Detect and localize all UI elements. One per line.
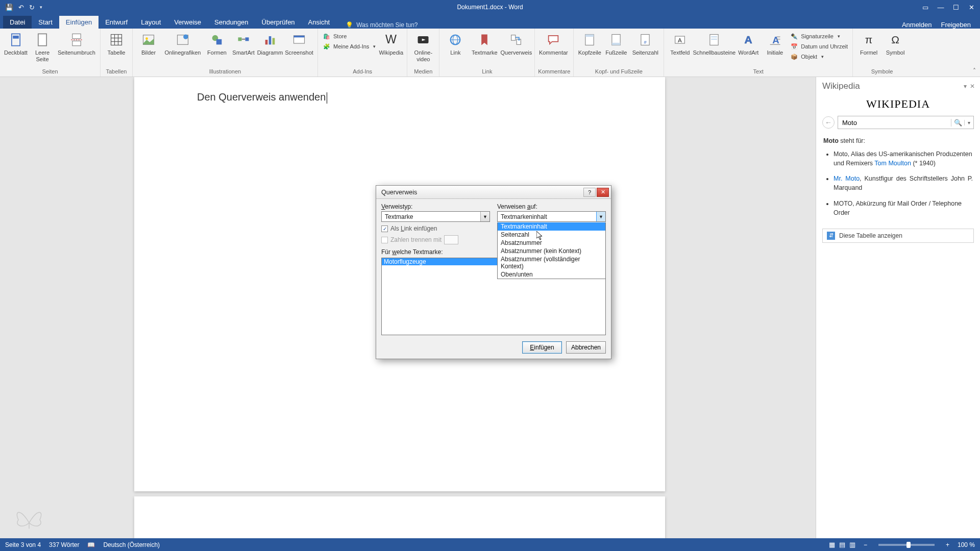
symbol-button[interactable]: ΩSymbol xyxy=(883,30,908,56)
tab-view[interactable]: Ansicht xyxy=(302,16,337,29)
dialog-title: Querverweis xyxy=(381,189,417,196)
signature-line-button[interactable]: ✒️Signaturzeile▾ xyxy=(789,32,849,41)
wordart-button[interactable]: AWordArt xyxy=(736,30,761,56)
dialog-titlebar[interactable]: Querverweis ? ✕ xyxy=(376,186,611,199)
crossref-button[interactable]: Querverweis xyxy=(501,30,531,56)
bookmark-button[interactable]: Textmarke xyxy=(469,30,500,56)
close-icon[interactable]: ✕ xyxy=(966,4,977,11)
dialog-close-icon[interactable]: ✕ xyxy=(597,188,609,197)
textbox-button[interactable]: ATextfeld xyxy=(667,30,693,56)
document-text[interactable]: Den Querverweis anwenden xyxy=(197,91,327,104)
zoom-in-icon[interactable]: + xyxy=(946,541,949,548)
chevron-down-icon[interactable]: ▼ xyxy=(596,212,605,221)
share-button[interactable]: Freigeben xyxy=(941,21,971,29)
undo-icon[interactable]: ↶ xyxy=(18,4,24,11)
tell-me-search[interactable]: 💡 Was möchten Sie tun? xyxy=(346,21,418,29)
store-button[interactable]: 🛍️Store xyxy=(321,32,377,41)
page-number-button[interactable]: #Seitenzahl xyxy=(630,30,660,56)
wikipedia-button[interactable]: WWikipedia xyxy=(378,30,404,56)
smartart-button[interactable]: SmartArt xyxy=(231,30,256,56)
word-count[interactable]: 337 Wörter xyxy=(49,541,79,548)
object-button[interactable]: 📦Objekt▾ xyxy=(789,52,849,61)
web-layout-icon[interactable]: ▥ xyxy=(849,541,855,548)
search-icon[interactable]: 🔍 xyxy=(951,119,964,127)
insert-ref-combo[interactable]: Textmarkeninhalt ▼ xyxy=(497,211,606,222)
wikipedia-pane: Wikipedia ▾ ✕ WIKIPEDIA ← 🔍 ▾ Moto steht… xyxy=(816,77,980,538)
tab-file[interactable]: Datei xyxy=(3,16,32,29)
svg-point-12 xyxy=(145,37,148,40)
view-switcher: ▦ ▤ ▥ xyxy=(829,541,855,548)
dropdown-option[interactable]: Seitenzahl xyxy=(498,231,605,239)
tab-review[interactable]: Überprüfen xyxy=(255,16,302,29)
dropdown-option[interactable]: Textmarkeninhalt xyxy=(498,222,605,231)
minimize-icon[interactable]: — xyxy=(935,4,946,11)
chevron-down-icon[interactable]: ▼ xyxy=(480,212,489,221)
dropdown-option[interactable]: Oben/unten xyxy=(498,270,605,279)
insert-ref-dropdown[interactable]: Textmarkeninhalt Seitenzahl Absatznummer… xyxy=(497,222,606,279)
page-indicator[interactable]: Seite 3 von 4 xyxy=(5,541,41,548)
store-icon: 🛍️ xyxy=(323,32,331,40)
svg-rect-4 xyxy=(72,41,81,45)
redo-icon[interactable]: ↻ xyxy=(29,4,35,11)
tab-start[interactable]: Start xyxy=(32,16,59,29)
spellcheck-icon[interactable]: 📖 xyxy=(87,541,95,548)
date-time-button[interactable]: 📅Datum und Uhrzeit xyxy=(789,42,849,51)
wiki-link[interactable]: Mr. Moto xyxy=(834,175,860,182)
dialog-help-icon[interactable]: ? xyxy=(583,188,596,197)
language-indicator[interactable]: Deutsch (Österreich) xyxy=(103,541,160,548)
chart-button[interactable]: Diagramm xyxy=(257,30,283,56)
link-button[interactable]: Link xyxy=(443,30,468,56)
dropdown-option[interactable]: Absatznummer xyxy=(498,239,605,247)
sign-in-link[interactable]: Anmelden xyxy=(902,21,932,29)
search-dropdown-icon[interactable]: ▾ xyxy=(964,120,973,126)
save-icon[interactable]: 💾 xyxy=(5,4,13,11)
tab-design[interactable]: Entwurf xyxy=(99,16,134,29)
group-pages-label: Seiten xyxy=(3,68,97,76)
online-video-button[interactable]: Online-video xyxy=(410,30,436,62)
dropcap-button[interactable]: AInitiale xyxy=(762,30,788,56)
pane-close-icon[interactable]: ✕ xyxy=(970,83,975,90)
dropdown-option[interactable]: Absatznummer (kein Kontext) xyxy=(498,247,605,255)
maximize-icon[interactable]: ☐ xyxy=(950,4,962,11)
equation-button[interactable]: πFormel xyxy=(856,30,881,56)
cancel-button[interactable]: Abbrechen xyxy=(566,341,606,354)
show-table-button[interactable]: ⇵ Diese Tabelle anzeigen xyxy=(822,229,974,243)
pictures-button[interactable]: Bilder xyxy=(136,30,161,56)
screenshot-button[interactable]: Screenshot xyxy=(284,30,314,56)
wikipedia-search[interactable]: 🔍 ▾ xyxy=(838,116,974,129)
ref-type-combo[interactable]: Textmarke ▼ xyxy=(381,211,490,222)
collapse-ribbon-icon[interactable]: ˄ xyxy=(973,67,976,74)
pane-menu-icon[interactable]: ▾ xyxy=(964,83,967,90)
blank-page-button[interactable]: Leere Seite xyxy=(30,30,55,62)
page-break-button[interactable]: Seitenumbruch xyxy=(56,30,97,56)
dropdown-option[interactable]: Absatznummer (vollständiger Kontext) xyxy=(498,255,605,270)
header-button[interactable]: Kopfzeile xyxy=(577,30,602,56)
tab-references[interactable]: Verweise xyxy=(167,16,208,29)
tab-insert[interactable]: Einfügen xyxy=(59,16,99,29)
online-pictures-button[interactable]: Onlinegrafiken xyxy=(162,30,203,56)
wiki-link[interactable]: Tom Moulton xyxy=(874,160,911,167)
page[interactable] xyxy=(134,496,665,538)
tab-mailings[interactable]: Sendungen xyxy=(208,16,255,29)
ribbon-display-icon[interactable]: ▭ xyxy=(920,4,931,11)
print-layout-icon[interactable]: ▤ xyxy=(839,541,845,548)
insert-button[interactable]: Einfügen xyxy=(522,341,562,354)
qat-customize-icon[interactable]: ▾ xyxy=(40,5,42,10)
search-input[interactable] xyxy=(838,119,951,127)
read-mode-icon[interactable]: ▦ xyxy=(829,541,835,548)
list-item: Moto, Alias des US-amerikanischen Produz… xyxy=(834,149,973,168)
table-button[interactable]: Tabelle xyxy=(104,30,129,56)
comment-button[interactable]: Kommentar xyxy=(538,30,569,56)
zoom-level[interactable]: 100 % xyxy=(958,541,975,548)
insert-as-hyperlink-checkbox[interactable]: ✓ Als Link einfügen xyxy=(381,225,490,232)
group-media-label: Medien xyxy=(410,68,436,76)
shapes-button[interactable]: Formen xyxy=(204,30,230,56)
back-button[interactable]: ← xyxy=(822,116,835,129)
footer-button[interactable]: Fußzeile xyxy=(603,30,629,56)
my-addins-button[interactable]: 🧩Meine Add-Ins▾ xyxy=(321,42,377,51)
tab-layout[interactable]: Layout xyxy=(134,16,167,29)
quickparts-button[interactable]: Schnellbausteine xyxy=(694,30,734,56)
cover-page-button[interactable]: Deckblatt xyxy=(3,30,29,56)
zoom-slider[interactable] xyxy=(878,544,935,546)
zoom-out-icon[interactable]: − xyxy=(864,541,867,548)
